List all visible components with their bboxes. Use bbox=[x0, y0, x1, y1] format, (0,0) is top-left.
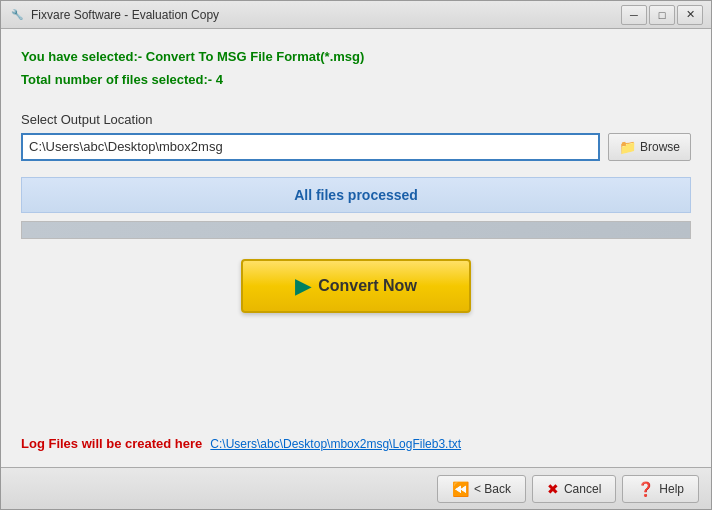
main-content: You have selected:- Convert To MSG File … bbox=[1, 29, 711, 467]
close-button[interactable]: ✕ bbox=[677, 5, 703, 25]
progress-bar-container bbox=[21, 221, 691, 239]
browse-label: Browse bbox=[640, 140, 680, 154]
selected-format-info: You have selected:- Convert To MSG File … bbox=[21, 45, 691, 68]
log-label: Log Files will be created here bbox=[21, 436, 202, 451]
maximize-button[interactable]: □ bbox=[649, 5, 675, 25]
help-label: Help bbox=[659, 482, 684, 496]
window-title: Fixvare Software - Evaluation Copy bbox=[31, 8, 621, 22]
window-controls: ─ □ ✕ bbox=[621, 5, 703, 25]
cancel-label: Cancel bbox=[564, 482, 601, 496]
convert-section: ▶ Convert Now bbox=[21, 259, 691, 313]
info-section: You have selected:- Convert To MSG File … bbox=[21, 45, 691, 92]
output-section: Select Output Location 📁 Browse bbox=[21, 112, 691, 161]
convert-now-button[interactable]: ▶ Convert Now bbox=[241, 259, 471, 313]
back-icon: ⏪ bbox=[452, 481, 469, 497]
bottom-bar: ⏪ < Back ✖ Cancel ❓ Help bbox=[1, 467, 711, 509]
help-icon: ❓ bbox=[637, 481, 654, 497]
back-button[interactable]: ⏪ < Back bbox=[437, 475, 526, 503]
help-button[interactable]: ❓ Help bbox=[622, 475, 699, 503]
cancel-icon: ✖ bbox=[547, 481, 559, 497]
output-row: 📁 Browse bbox=[21, 133, 691, 161]
output-path-input[interactable] bbox=[21, 133, 600, 161]
main-window: 🔧 Fixvare Software - Evaluation Copy ─ □… bbox=[0, 0, 712, 510]
browse-button[interactable]: 📁 Browse bbox=[608, 133, 691, 161]
app-icon: 🔧 bbox=[9, 7, 25, 23]
convert-label: Convert Now bbox=[318, 277, 417, 295]
cancel-button[interactable]: ✖ Cancel bbox=[532, 475, 616, 503]
status-text: All files processed bbox=[294, 187, 418, 203]
title-bar: 🔧 Fixvare Software - Evaluation Copy ─ □… bbox=[1, 1, 711, 29]
convert-icon: ▶ bbox=[295, 274, 310, 298]
folder-icon: 📁 bbox=[619, 139, 636, 155]
status-bar: All files processed bbox=[21, 177, 691, 213]
output-label: Select Output Location bbox=[21, 112, 691, 127]
log-section: Log Files will be created here C:\Users\… bbox=[21, 436, 691, 451]
back-label: < Back bbox=[474, 482, 511, 496]
log-link[interactable]: C:\Users\abc\Desktop\mbox2msg\LogFileb3.… bbox=[210, 437, 461, 451]
file-count-info: Total number of files selected:- 4 bbox=[21, 68, 691, 91]
minimize-button[interactable]: ─ bbox=[621, 5, 647, 25]
progress-fill bbox=[22, 222, 690, 238]
